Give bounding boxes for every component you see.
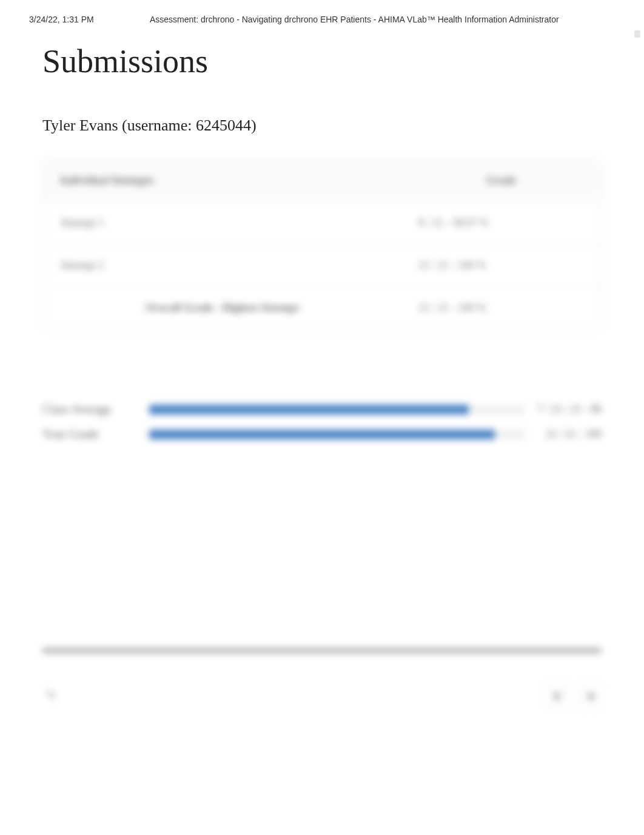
class-average-bar-fill [149, 405, 469, 414]
footer-right-icons: ◧ ◨ [546, 683, 602, 708]
print-header: 3/24/22, 1:31 PM Assessment: drchrono - … [0, 0, 644, 24]
attempt-cell: Attempt 1 [43, 202, 401, 245]
grades-section: Class Average 7 / 21 / 21 - 96 Your Grad… [42, 402, 602, 441]
nav-prev-icon[interactable]: ◧ [546, 683, 570, 708]
grade-cell: 21 / 21 - 100 % [401, 245, 601, 287]
print-page-title: Assessment: drchrono - Navigating drchro… [94, 15, 615, 24]
your-grade-bar-track [149, 430, 525, 439]
table-row[interactable]: Attempt 1 8 / 21 - 38.07 % [43, 202, 601, 245]
attempt-cell: Attempt 2 [43, 245, 401, 287]
grade-cell: 8 / 21 - 38.07 % [401, 202, 601, 245]
overall-row: Overall Grade - Highest Attempt 21 / 21 … [43, 287, 601, 329]
footer-divider [42, 648, 602, 653]
attempts-table-wrapper: Individual Attempts Grade Attempt 1 8 / … [42, 159, 602, 330]
user-info: Tyler Evans (username: 6245044) [42, 117, 602, 135]
print-timestamp: 3/24/22, 1:31 PM [29, 15, 94, 24]
edit-icon[interactable]: ✎ [42, 686, 61, 705]
your-grade-row: Your Grade 21 / 21 - 100 [42, 427, 602, 441]
table-header-row: Individual Attempts Grade [43, 160, 601, 202]
class-average-bar-track [149, 405, 525, 414]
footer-controls: ✎ ◧ ◨ [42, 683, 602, 708]
attempts-table: Individual Attempts Grade Attempt 1 8 / … [42, 159, 602, 330]
your-grade-value: 21 / 21 - 100 [535, 428, 602, 441]
main-content: Submissions Tyler Evans (username: 62450… [0, 24, 644, 441]
col-header-grade: Grade [401, 160, 601, 202]
your-grade-bar-fill [149, 430, 495, 439]
page-title: Submissions [42, 42, 602, 80]
footer-area: ✎ ◧ ◨ [42, 648, 602, 708]
overall-label: Overall Grade - Highest Attempt [43, 287, 401, 329]
class-average-row: Class Average 7 / 21 / 21 - 96 [42, 402, 602, 416]
col-header-attempts: Individual Attempts [43, 160, 401, 202]
class-average-label: Class Average [42, 402, 139, 416]
nav-next-icon[interactable]: ◨ [577, 683, 602, 708]
class-average-value: 7 / 21 / 21 - 96 [535, 403, 602, 416]
table-row[interactable]: Attempt 2 21 / 21 - 100 % [43, 245, 601, 287]
your-grade-label: Your Grade [42, 427, 139, 441]
overall-grade: 21 / 21 - 100 % [401, 287, 601, 329]
